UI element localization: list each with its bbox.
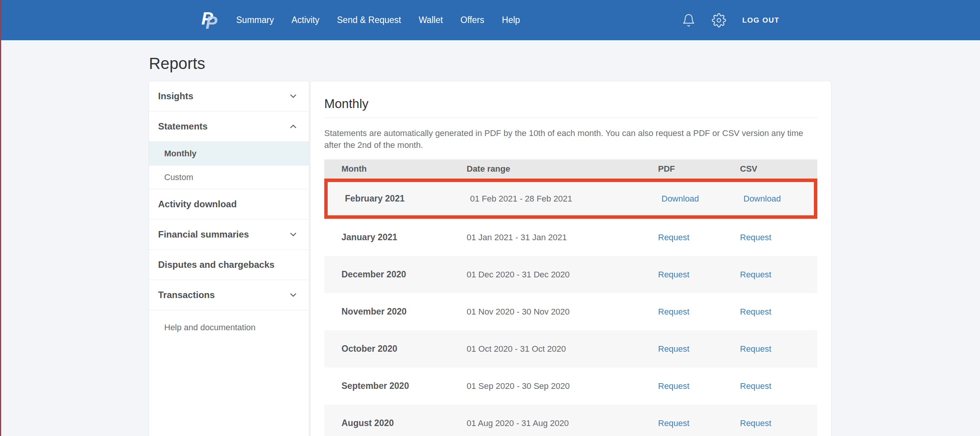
page-title: Reports [149, 40, 831, 73]
logout-button[interactable]: LOG OUT [742, 16, 779, 25]
sidebar-item-label: Statements [158, 121, 207, 132]
sidebar-item-disputes-and-chargebacks[interactable]: Disputes and chargebacks [149, 250, 309, 280]
highlight-annotation: February 202101 Feb 2021 - 28 Feb 2021Do… [324, 179, 817, 219]
csv-request-link[interactable]: Request [740, 270, 817, 280]
chevron-down-icon [288, 290, 298, 300]
nav-item-wallet[interactable]: Wallet [419, 0, 443, 40]
panel-divider [324, 118, 817, 118]
sidebar-item-help-and-documentation[interactable]: Help and documentation [149, 310, 309, 345]
pdf-request-link[interactable]: Request [658, 381, 740, 391]
pdf-request-link[interactable]: Request [658, 233, 740, 243]
nav-item-activity[interactable]: Activity [291, 0, 319, 40]
csv-request-link[interactable]: Request [740, 307, 817, 317]
pdf-download-link[interactable]: Download [662, 194, 743, 204]
table-body: February 202101 Feb 2021 - 28 Feb 2021Do… [324, 179, 817, 436]
month-cell: February 2021 [328, 193, 470, 204]
column-header-month: Month [324, 164, 467, 174]
sidebar-item-label: Transactions [158, 290, 215, 300]
sidebar-item-insights[interactable]: Insights [149, 81, 309, 111]
table-row-november-2020: November 202001 Nov 2020 - 30 Nov 2020Re… [324, 293, 817, 330]
primary-nav: SummaryActivitySend & RequestWalletOffer… [236, 0, 520, 40]
paypal-logo-icon: P P [201, 9, 219, 31]
table-row-december-2020: December 202001 Dec 2020 - 31 Dec 2020Re… [324, 256, 817, 293]
nav-item-offers[interactable]: Offers [461, 0, 484, 40]
settings-gear-icon[interactable] [712, 13, 726, 28]
sidebar-item-label: Help and documentation [164, 323, 256, 333]
nav-item-send-request[interactable]: Send & Request [337, 0, 401, 40]
pdf-request-link[interactable]: Request [658, 307, 740, 317]
sidebar-item-transactions[interactable]: Transactions [149, 280, 309, 310]
page-content: Reports InsightsStatementsMonthlyCustomA… [149, 40, 831, 436]
date-range-cell: 01 Dec 2020 - 31 Dec 2020 [467, 270, 658, 280]
date-range-cell: 01 Nov 2020 - 30 Nov 2020 [467, 307, 658, 317]
month-cell: October 2020 [324, 344, 467, 354]
pdf-request-link[interactable]: Request [658, 418, 740, 428]
table-header-row: MonthDate rangePDFCSV [324, 159, 817, 179]
chevron-up-icon [288, 121, 298, 131]
month-cell: December 2020 [324, 269, 467, 280]
sidebar-item-label: Disputes and chargebacks [158, 259, 274, 270]
paypal-logo[interactable]: P P [201, 9, 219, 31]
chevron-down-icon [288, 229, 298, 239]
month-cell: January 2021 [324, 232, 467, 243]
sidebar-item-label: Custom [164, 172, 193, 182]
csv-download-link[interactable]: Download [743, 194, 814, 204]
statements-table: MonthDate rangePDFCSV February 202101 Fe… [324, 159, 817, 436]
reports-sidebar: InsightsStatementsMonthlyCustomActivity … [149, 81, 309, 436]
notifications-bell-icon[interactable] [682, 13, 696, 27]
top-navbar: P P SummaryActivitySend & RequestWalletO… [0, 0, 980, 40]
sidebar-item-statements[interactable]: Statements [149, 111, 309, 142]
sidebar-item-label: Activity download [158, 199, 237, 210]
month-cell: September 2020 [324, 381, 467, 391]
date-range-cell: 01 Oct 2020 - 31 Oct 2020 [467, 344, 658, 354]
date-range-cell: 01 Jan 2021 - 31 Jan 2021 [467, 233, 658, 243]
csv-request-link[interactable]: Request [740, 344, 817, 354]
date-range-cell: 01 Feb 2021 - 28 Feb 2021 [470, 194, 662, 204]
window-left-edge [0, 0, 1, 436]
chevron-down-icon [288, 91, 298, 101]
sidebar-item-custom[interactable]: Custom [149, 166, 309, 189]
panel-title: Monthly [324, 97, 817, 111]
sidebar-item-monthly[interactable]: Monthly [149, 142, 309, 166]
table-row-february-2021: February 202101 Feb 2021 - 28 Feb 2021Do… [328, 182, 814, 215]
panel-description: Statements are automatically generated i… [324, 127, 817, 151]
table-row-january-2021: January 202101 Jan 2021 - 31 Jan 2021Req… [324, 219, 817, 256]
table-row-august-2020: August 202001 Aug 2020 - 31 Aug 2020Requ… [324, 405, 817, 436]
monthly-statements-panel: Monthly Statements are automatically gen… [310, 81, 831, 436]
table-row-october-2020: October 202001 Oct 2020 - 31 Oct 2020Req… [324, 330, 817, 367]
svg-text:P: P [206, 13, 217, 31]
sidebar-item-financial-summaries[interactable]: Financial summaries [149, 220, 309, 250]
pdf-request-link[interactable]: Request [658, 344, 740, 354]
csv-request-link[interactable]: Request [740, 233, 817, 243]
pdf-request-link[interactable]: Request [658, 270, 740, 280]
csv-request-link[interactable]: Request [740, 381, 817, 391]
nav-item-summary[interactable]: Summary [236, 0, 274, 40]
sidebar-item-activity-download[interactable]: Activity download [149, 189, 309, 220]
cards-row: InsightsStatementsMonthlyCustomActivity … [149, 81, 831, 436]
date-range-cell: 01 Aug 2020 - 31 Aug 2020 [467, 418, 658, 428]
sidebar-item-label: Financial summaries [158, 229, 249, 240]
table-row-september-2020: September 202001 Sep 2020 - 30 Sep 2020R… [324, 367, 817, 405]
csv-request-link[interactable]: Request [740, 418, 817, 428]
column-header-date-range: Date range [467, 164, 658, 174]
sidebar-item-label: Insights [158, 91, 193, 102]
column-header-csv: CSV [740, 164, 817, 174]
month-cell: August 2020 [324, 418, 467, 428]
navbar-right: LOG OUT [682, 13, 779, 28]
nav-item-help[interactable]: Help [502, 0, 520, 40]
sidebar-item-label: Monthly [164, 149, 196, 159]
date-range-cell: 01 Sep 2020 - 30 Sep 2020 [467, 381, 658, 391]
navbar-inner: P P SummaryActivitySend & RequestWalletO… [201, 0, 779, 40]
column-header-pdf: PDF [658, 164, 740, 174]
month-cell: November 2020 [324, 307, 467, 317]
